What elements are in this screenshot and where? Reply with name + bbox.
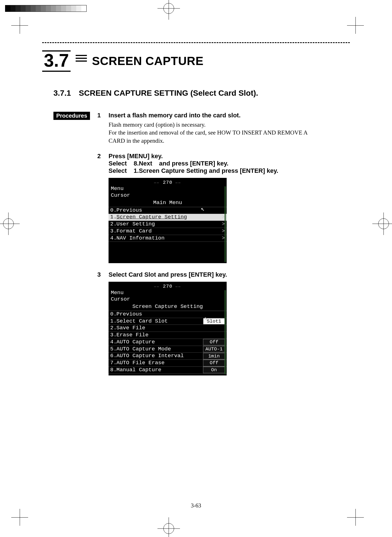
menu-title: Main Menu (109, 199, 227, 207)
registration-mark-bottom (157, 517, 180, 537)
step-number: 2 (97, 153, 103, 263)
device-screenshot-capture-setting: ══ 270 ══ Menu Cursor Screen Capture Set… (109, 282, 227, 375)
registration-mark-left (0, 212, 20, 235)
menu-item-auto-capture-mode[interactable]: 5. AUTO Capture Mode AUTO-1 (109, 346, 227, 353)
compass-heading: ══ 270 ══ (109, 180, 227, 185)
compass-value: 270 (163, 284, 172, 289)
subsection-number: 3.7.1 (53, 89, 71, 98)
device-screenshot-main-menu: ══ 270 ══ Menu Cursor Main Menu 0. Previ… (109, 178, 227, 263)
value-auto-file-erase[interactable]: Off (203, 360, 225, 366)
grayscale-calibration-bar (5, 5, 87, 12)
cursor-label: Cursor (109, 296, 227, 303)
menu-item-nav-information[interactable]: 4. NAV Information > (109, 235, 227, 242)
cursor-label: Cursor (109, 192, 227, 199)
crop-mark-br (347, 509, 364, 526)
menu-title: Screen Capture Setting (109, 303, 227, 311)
menu-item-previous[interactable]: 0. Previous (109, 207, 227, 214)
menu-item-user-setting[interactable]: 2. User Setting > (109, 221, 227, 228)
menu-item-screen-capture-setting[interactable]: 1. Screen Capture Setting > (109, 214, 227, 221)
menu-item-auto-file-erase[interactable]: 7. AUTO File Erase Off (109, 360, 227, 367)
menu-item-auto-capture-interval[interactable]: 6. AUTO Capture Interval 1min (109, 353, 227, 360)
step-2: 2 Press [MENU] key. Select 8.Next and pr… (97, 153, 350, 263)
crop-mark-tr (347, 17, 364, 34)
menu-label: Menu (109, 290, 227, 296)
page-content: 3.7 SCREEN CAPTURE 3.7.1 SCREEN CAPTURE … (42, 42, 350, 383)
compass-heading: ══ 270 ══ (109, 283, 227, 289)
menu-item-format-card[interactable]: 3. Format Card > (109, 228, 227, 235)
heading-ornament (76, 55, 87, 67)
section-heading: 3.7 SCREEN CAPTURE (42, 50, 350, 72)
menu-item-manual-capture[interactable]: 8. Manual Capture On (109, 367, 227, 374)
registration-mark-right (372, 212, 392, 235)
value-card-slot[interactable]: Slot1 (203, 318, 225, 325)
value-auto-capture-interval[interactable]: 1min (203, 353, 225, 359)
section-number-box: 3.7 (42, 50, 71, 72)
menu-item-auto-capture[interactable]: 4. AUTO Capture Off (109, 339, 227, 346)
step-1: 1 Insert a flash memory card into the ca… (97, 112, 350, 145)
compass-value: 270 (163, 180, 172, 185)
subsection-title: SCREEN CAPTURE SETTING (Select Card Slot… (79, 89, 258, 98)
menu-item-save-file[interactable]: 2. Save File (109, 325, 227, 332)
section-number: 3.7 (44, 50, 69, 71)
menu-item-select-card-slot[interactable]: 1. Select Card Slot Slot1 (109, 318, 227, 325)
step-title: Select Card Slot and press [ENTER] key. (109, 271, 350, 278)
menu-label: Menu (109, 185, 227, 192)
subsection-heading: 3.7.1 SCREEN CAPTURE SETTING (Select Car… (53, 89, 350, 98)
registration-mark-top (157, 0, 180, 20)
step-title: Insert a flash memory card into the card… (109, 112, 350, 119)
menu-item-previous[interactable]: 0. Previous (109, 311, 227, 318)
value-manual-capture[interactable]: On (203, 367, 225, 373)
step-3: 3 Select Card Slot and press [ENTER] key… (97, 271, 350, 375)
step-title: Press [MENU] key. Select 8.Next and pres… (109, 153, 350, 174)
step-number: 1 (97, 112, 103, 145)
section-title: SCREEN CAPTURE (92, 54, 204, 68)
crop-mark-tl (11, 17, 28, 34)
section-divider (42, 42, 350, 43)
step-number: 3 (97, 271, 103, 375)
value-auto-capture[interactable]: Off (203, 339, 225, 345)
procedures-label: Procedures (53, 112, 90, 120)
page-number: 3-63 (191, 502, 201, 509)
step-body-text: Flash memory card (option) is necessary.… (109, 121, 322, 145)
value-auto-capture-mode[interactable]: AUTO-1 (203, 346, 225, 352)
crop-mark-bl (11, 509, 28, 526)
menu-item-erase-file[interactable]: 3. Erase File (109, 332, 227, 339)
procedure-steps: 1 Insert a flash memory card into the ca… (97, 112, 350, 383)
